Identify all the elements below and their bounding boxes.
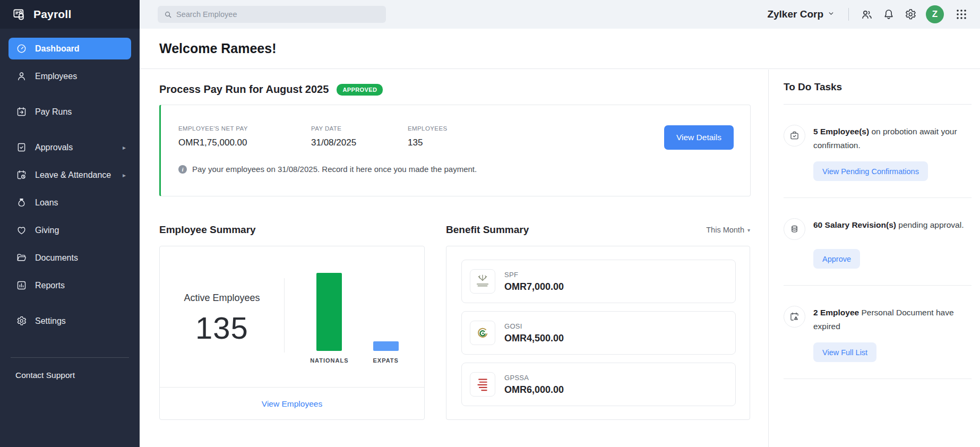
todo-task-expired-documents: 2 Employee Personal Document have expire…	[784, 306, 972, 333]
search-box[interactable]	[158, 6, 386, 23]
benefit-summary-title: Benefit Summary	[446, 224, 529, 236]
briefcase-check-icon	[784, 125, 805, 147]
benefit-name: GOSI	[504, 322, 564, 330]
chevron-down-icon[interactable]	[828, 10, 835, 19]
period-filter-dropdown[interactable]: This Month ▾	[706, 226, 750, 234]
sidebar-item-pay-runs[interactable]: Pay Runs	[8, 101, 131, 123]
period-filter-value: This Month	[706, 226, 744, 234]
employees-field: EMPLOYEES 135	[408, 125, 448, 148]
payrun-section-head: Process Pay Run for August 2025 APPROVED	[159, 83, 751, 96]
documents-icon	[16, 252, 27, 263]
sidebar-item-settings[interactable]: Settings	[8, 310, 131, 332]
sidebar-nav: Dashboard Employees Pay Runs Approvals	[0, 38, 140, 332]
benefit-summary-head: Benefit Summary This Month ▾	[446, 223, 750, 237]
search-input[interactable]	[176, 10, 380, 19]
approvals-icon	[16, 142, 27, 153]
sidebar-item-loans[interactable]: Loans	[8, 192, 131, 213]
main-content: Process Pay Run for August 2025 APPROVED…	[140, 70, 768, 447]
status-badge: APPROVED	[337, 84, 383, 96]
task-divider	[784, 285, 972, 286]
payrun-fields: EMPLOYEE'S NET PAY OMR1,75,000.00 PAY DA…	[161, 105, 750, 148]
view-pending-confirmations-button[interactable]: View Pending Confirmations	[813, 161, 928, 181]
employees-icon	[16, 71, 27, 82]
task-count: 60 Salary Revision(s)	[813, 220, 896, 229]
todo-task-probation: 5 Employee(s) on probotion await your co…	[784, 125, 972, 152]
calendar-alert-icon	[784, 306, 805, 328]
active-employees-count: 135	[195, 310, 248, 346]
todo-task-salary-revisions: 60 Salary Revision(s) pending approval.	[784, 218, 972, 240]
employee-summary-section: Employee Summary Active Employees 135	[159, 223, 425, 420]
gear-icon[interactable]	[904, 8, 917, 21]
payrun-card: EMPLOYEE'S NET PAY OMR1,75,000.00 PAY DA…	[159, 105, 751, 196]
task-text: 2 Employee Personal Document have expire…	[813, 306, 972, 333]
welcome-row: Welcome Ramees!	[140, 29, 980, 69]
bell-icon[interactable]	[882, 8, 895, 21]
nationals-label: NATIONALS	[310, 357, 348, 364]
info-icon: i	[178, 165, 187, 174]
field-value: 135	[408, 137, 448, 148]
view-employees-link[interactable]: View Employees	[262, 399, 322, 409]
employee-summary-body: Active Employees 135 NATIONALS	[160, 246, 424, 387]
task-divider	[784, 197, 972, 198]
active-employees-block: Active Employees 135	[160, 246, 284, 387]
gpssa-logo	[470, 372, 495, 397]
submenu-chevron-icon: ▸	[123, 144, 126, 151]
todo-panel: To Do Tasks 5 Employee(s) on probotion a…	[768, 70, 980, 447]
sidebar-item-approvals[interactable]: Approvals ▸	[8, 136, 131, 158]
task-count: 2 Employee	[813, 308, 859, 317]
spf-logo	[470, 269, 495, 294]
payrun-info-text: Pay your employees on 31/08/2025. Record…	[192, 165, 477, 174]
task-divider	[784, 379, 972, 379]
benefit-name: SPF	[504, 271, 564, 279]
sidebar-item-documents[interactable]: Documents	[8, 247, 131, 269]
view-details-button[interactable]: View Details	[664, 125, 734, 150]
employee-summary-head: Employee Summary	[159, 223, 425, 237]
benefit-row-gosi[interactable]: GOSI OMR4,500.00	[461, 311, 736, 355]
nationals-bar-column: NATIONALS	[310, 273, 348, 364]
benefit-amount: OMR6,000.00	[504, 384, 564, 396]
sidebar-item-employees[interactable]: Employees	[8, 65, 131, 87]
payroll-logo-icon	[12, 7, 27, 22]
sidebar-divider	[11, 357, 129, 358]
users-icon[interactable]	[861, 8, 873, 21]
summary-row: Employee Summary Active Employees 135	[159, 223, 751, 420]
field-value: OMR1,75,000.00	[178, 137, 311, 148]
sidebar-item-label: Giving	[35, 226, 59, 235]
benefit-row-gpssa[interactable]: GPSSA OMR6,000.00	[461, 363, 736, 406]
employee-summary-card: Active Employees 135 NATIONALS	[159, 246, 425, 420]
sidebar-item-label: Reports	[35, 281, 65, 290]
leave-attendance-icon	[16, 169, 27, 180]
net-pay-field: EMPLOYEE'S NET PAY OMR1,75,000.00	[178, 125, 311, 148]
dashboard-icon	[16, 43, 27, 54]
sidebar-item-dashboard[interactable]: Dashboard	[8, 38, 131, 59]
employee-summary-footer: View Employees	[160, 387, 424, 420]
apps-grid-icon[interactable]	[955, 8, 968, 21]
view-full-list-button[interactable]: View Full List	[813, 342, 876, 362]
submenu-chevron-icon: ▸	[123, 171, 126, 179]
contact-support-link[interactable]: Contact Support	[15, 371, 140, 380]
benefit-row-text: GOSI OMR4,500.00	[504, 322, 564, 344]
topbar: Zylker Corp	[140, 0, 980, 29]
benefit-row-spf[interactable]: SPF OMR7,000.00	[461, 260, 736, 303]
sidebar-item-label: Dashboard	[35, 44, 80, 54]
employee-summary-title: Employee Summary	[159, 224, 256, 236]
sidebar-item-label: Leave & Attendance	[35, 170, 111, 180]
benefit-amount: OMR4,500.00	[504, 333, 564, 344]
sidebar-item-giving[interactable]: Giving	[8, 219, 131, 241]
todo-title: To Do Tasks	[784, 70, 972, 105]
sidebar-item-label: Pay Runs	[35, 107, 72, 117]
benefit-name: GPSSA	[504, 374, 564, 382]
benefit-row-text: GPSSA OMR6,000.00	[504, 374, 564, 396]
payrun-title: Process Pay Run for August 2025	[159, 83, 329, 96]
payroll-dashboard: Payroll Dashboard Employees Pay Runs	[0, 0, 980, 447]
benefit-summary-card: SPF OMR7,000.00	[446, 246, 750, 420]
sidebar-item-reports[interactable]: Reports	[8, 274, 131, 296]
approve-button[interactable]: Approve	[813, 249, 860, 269]
avatar[interactable]: Z	[926, 5, 944, 23]
org-switcher[interactable]: Zylker Corp	[767, 8, 823, 20]
sidebar: Payroll Dashboard Employees Pay Runs	[0, 0, 140, 447]
sidebar-item-leave-attendance[interactable]: Leave & Attendance ▸	[8, 164, 131, 186]
sidebar-item-label: Approvals	[35, 143, 73, 152]
coins-icon	[784, 218, 805, 240]
settings-icon	[16, 315, 27, 326]
